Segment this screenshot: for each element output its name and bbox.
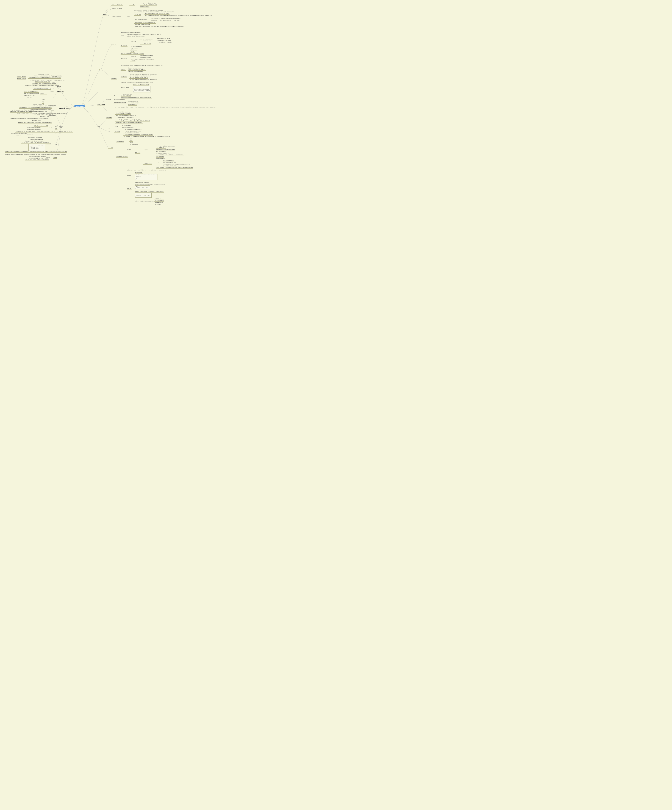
branch-search: 搜索: [97, 126, 100, 128]
n-mi-4: /index1/type1/_search 搜索仅在index1中type类型(…: [115, 118, 141, 120]
n-mget-2: 一个数据元素对应一个规则: [38, 116, 49, 117]
n-dist-resp: 响应体解读: [106, 99, 111, 100]
n-bulk-req-2: create, index, update 各需要请求体；当delete不需要请…: [30, 105, 54, 107]
n-bulk-index-l: _index: [42, 99, 45, 100]
n-dist-resp-hits: hits: [113, 95, 116, 96]
n-search-api: search API: [108, 147, 113, 148]
n-meta: 元数据: [127, 15, 130, 17]
n-ana-builtin: ES内置分析器: [121, 76, 127, 78]
n-adhoc-2: 可读差: [130, 140, 133, 142]
n-idx-not: not_analyzed 索引不分析，精确值: [157, 40, 171, 41]
n-cx-multi-1: 所有值的数据类型必须是相同的: [140, 55, 153, 56]
n-leaf-matchall: match_all 查询全部文档: [156, 147, 166, 148]
n-ana-test-h: 用来查看文本经过哪些分析步骤后的结果: [133, 84, 149, 86]
n-leaf-match: match 标准查询，搜索文档时用指定分析器查询字符串: [156, 145, 178, 147]
n-bool-mustnot: must_not 必须不满足的查询条件: [163, 162, 177, 163]
n-cfl-opt-1: 默认所有操作都不会发生冲突: [37, 74, 49, 75]
branch-dist-store: 分布式文档存储: [97, 104, 105, 106]
n-cfl-opt-2: ES利用_version的数据来确保程序间相互冲突的变更不会引起数据丢失: [34, 75, 62, 77]
n-bulk-meta: 文档定位 metadata: [50, 91, 58, 92]
n-verb-old: 确定要创建新文档，保证_id值已经存在，可选用个方式来避免（即创建）返回的头信息…: [15, 131, 73, 133]
n-verb-post: POST: [55, 144, 58, 145]
n-mapping-complex: 核心复杂域类型: [121, 57, 128, 59]
n-sort-2: 自行指定字段进行排序，默认是按照所指定的字段升序排列，可手工进行设置: [135, 184, 166, 185]
n-page-par: 分页参数: [115, 126, 119, 127]
n-fullbody: 请求体查询 full-body search: [116, 156, 128, 157]
n-leaf-terms: terms 多值精确匹配，只要有一个值匹配就算命中，不分析查询字符串: [156, 154, 184, 156]
n-const: constant_score查询，不需要和重新评分或用于文档的，常用于给只有fi…: [156, 167, 193, 169]
n-m-uid: _uid 由_type和_id连接唯一组成，type#id: [134, 24, 151, 25]
n-mget-3: 元素的必要的多状元数据(Index,type)为索引；同时也支持在doc数组中指…: [9, 118, 49, 119]
n-sort-1: 有评分查询则默认按_score降序排列: [135, 182, 150, 183]
n-bulk-id-l: _id: [42, 102, 44, 104]
n-ana-step2: 分词器：将文本拆分成多个词条（即Token）: [128, 69, 146, 71]
n-leaf-term: term 精确匹配、不分析查询字符串: [156, 153, 170, 154]
branch-basic-structure: 基本结构: [103, 14, 108, 15]
n-verb-delete: DELETE: [53, 157, 57, 159]
n-dist-hitsarr: hits 查询命中列明细数组: [121, 95, 131, 97]
n-cfl-ext: 乐观版本号: [51, 82, 57, 83]
n-groovy: 可使用Groovy脚本语言对文档进行操作。由于脚本本身在场景，因此5.0版本默认…: [5, 151, 67, 153]
n-verb-update-4: 将文档的一部分作为"doc"属性的参数，覆盖局有字段，新增没有的字段: [21, 142, 50, 144]
n-highlight: 搜索结果高亮：highlight，默认为高亮字段添加<em>标签，可以定制高亮标…: [127, 169, 158, 171]
n-cx-multi: 多值域(数组): [130, 56, 136, 57]
n-ana-test: 测试分析器 _analyze: [121, 87, 130, 88]
n-core-bool: 布尔值 boolean: [130, 49, 137, 51]
n-adhoc-1: 使用简单: [130, 138, 134, 140]
n-mi-6: /_all/type1,type2/_search 在所有索引中搜索type1和…: [115, 122, 143, 123]
n-leaf-missing: missing 字段无值查询: [156, 158, 165, 159]
n-dist-shards: _shards 参与本次查询的分片数: [113, 102, 126, 103]
n-idx-analyzed: analyzed 先分析再索引（默认值）: [157, 38, 171, 39]
n-cx-obj: 多层级对象: [130, 60, 135, 62]
n-bulk-type-l: _type: [42, 100, 45, 102]
n-core-date: 时间 date: [130, 51, 135, 52]
n-leaf: 叶子语句 Leaf clauses: [143, 149, 153, 151]
n-cfl-opt-3a: 更新成功，HEAD:201: [17, 76, 26, 78]
n-index: 索引(index)，类似于数据库: [111, 4, 123, 6]
n-verb-put: PUT: [55, 128, 57, 130]
n-deep-4: 4. 协调节点对所有结果重做结果再次排序，将符合条件的记录返回给调用端: [123, 134, 153, 135]
n-cfl-ext-3: 外部版本号可以为小整数或浮点数，和version相配套取一致即是一个重大于原始版…: [25, 85, 59, 86]
n-verb-head-1: 检查文档(created|false _source为1: [34, 125, 48, 127]
n-mi-5: /index1,index2/type1,type2/_search 搜索ind…: [115, 120, 150, 122]
n-mapping-idx-1: 对全文域内容进行分词后标准化。每个不重复的单词为索引；单词所在文档_id为索引值: [127, 34, 162, 35]
n-verb-del-1: 删除成功的应答头状态码200，_version加1: [29, 156, 46, 157]
n-compound: 复合语句 Compound: [143, 163, 152, 165]
branch-conflict: 处理冲突: [57, 86, 62, 88]
n-routing-hash: 测试文档将存别在分片公式：shard = hash(routing) % num…: [19, 107, 52, 108]
n-multi-idx: 多索引多类型: [106, 117, 112, 118]
n-ana-invidx: 对文本内容进行分词，形成可用于倒排索引的独立词。再将一段文本流词进行标准化（优化…: [121, 65, 164, 66]
n-bulk-index: index 创建一个新文档或替换已有文档: [24, 93, 39, 94]
n-ana-step1: 字符过滤器，去掉或格式转换特殊字符: [128, 68, 143, 69]
n-validate: 验证查询: [127, 175, 131, 176]
n-dist-total: total 表示查询到的文档总数: [121, 93, 133, 95]
n-mapping-core: 核心简单域类型: [121, 45, 128, 47]
n-page-size: size 应该返回结果数量: [121, 125, 131, 126]
n-page: 分页: [108, 128, 111, 129]
n-deep-5: 所以，分页越深，请求节点数量所需的记录数量越大。 为了避免消耗性能过重，所有查询…: [123, 136, 170, 137]
n-verb-get-has-2: 指定_id取回文档时，如果文档时，则响应状态正是"200:OK"，否则为"404…: [17, 113, 51, 114]
n-index-settings: settings属性: [130, 4, 135, 6]
n-mi-1: /index1/_search 搜索index1中所有类型: [115, 113, 131, 115]
n-highlight-f: 设置高亮字段属性：fields: [158, 169, 169, 171]
n-deep-1: 1. 协调节点会将查询请求分发到索引的所有分片上: [123, 129, 144, 130]
n-dist-max: max_score 与查询匹配的文档的_score最大值，未指定查询条件则该评分…: [121, 97, 152, 98]
n-ana-purge: ES默认所有字段拼接成整合为全文域，如果是精确检索，则需手动指定字段的类型: [121, 82, 153, 83]
n-m-id: _id 文档唯一标识: [134, 14, 141, 15]
n-mget-4: 索引元素取返回一对一: [32, 120, 42, 122]
n-mi-3: /x*,y*/_search 搜索以x, y 开头命名的索引类型: [115, 117, 134, 118]
branch-mget: 批量取回文档 mget API: [59, 108, 71, 110]
n-cx-null: 空域，null或([]|null) 即空数组，映射不会被生成，不会被索引: [130, 59, 155, 60]
n-sort-sum: sum 取多值之和: [154, 204, 162, 205]
n-type: 类型(type)，类似于数据表: [111, 8, 122, 9]
n-verb-opr: 要创建新的创建: [27, 133, 34, 135]
n-mget-all: 检索单次请求，用PUT或要求文档退费头，或退后所检索头 - 可用于检查文档是否存…: [18, 122, 52, 123]
n-routing-1: routing参数通常默认是_id，可以由系统生成，也可已自行指定: [10, 110, 35, 111]
n-core-int: 整数 byte, short, integer, long: [130, 46, 143, 47]
n-m-version: _version 文档版本号，从1开始的正整数，每次对文档进行修改、删除都会导致…: [134, 26, 184, 27]
n-ana-simple: 简单分析器，在不是单个字母的地方分割词条、转小写: [130, 75, 152, 77]
n-mapping-idx: 倒排索引: [121, 35, 125, 36]
branch-bulk: 批量操作 bulk: [57, 91, 64, 93]
code-validate: 示例：GET /{_index}/{_type}/_validate/query…: [135, 174, 157, 180]
n-retry: 通过retry_on_conflict来设置更新且发生冲突时，update操作重…: [5, 154, 66, 155]
